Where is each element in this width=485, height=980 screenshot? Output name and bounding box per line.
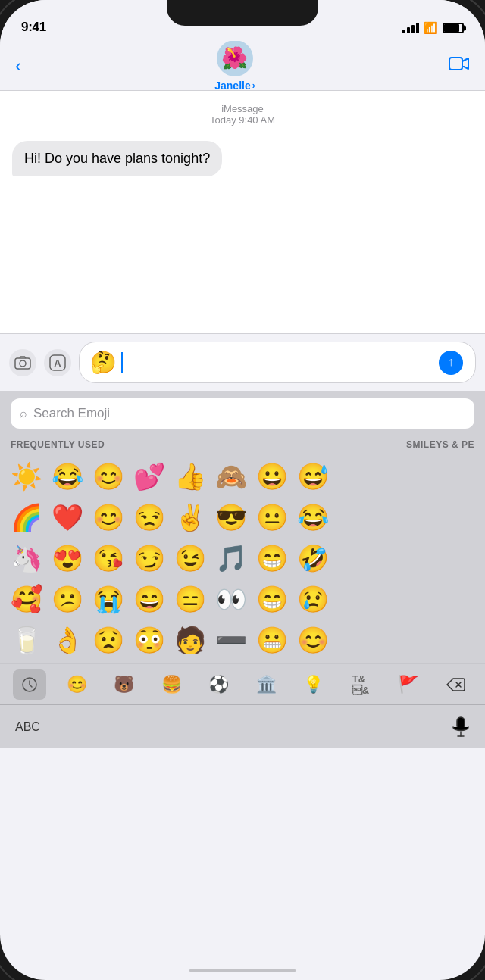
camera-button[interactable]: [9, 349, 36, 376]
nav-bar: ‹ 🌺 Janelle ›: [0, 41, 485, 91]
smileys-label: SMILEYS & PE: [406, 439, 474, 450]
emoji-search-container: ⌕ Search Emoji: [0, 391, 485, 435]
emoji-smirk[interactable]: 😏: [129, 538, 170, 579]
emoji-section-headers: FREQUENTLY USED SMILEYS & PE: [0, 435, 485, 453]
contact-avatar: 🌺: [217, 40, 253, 76]
app-button[interactable]: A: [44, 349, 71, 376]
battery-icon: [443, 23, 464, 33]
emoji-tab-travel[interactable]: 🏛️: [249, 669, 283, 700]
emoji-thumbsup[interactable]: 👍: [170, 456, 211, 497]
send-button[interactable]: ↑: [439, 351, 463, 375]
emoji-lovesmile[interactable]: 🥰: [6, 579, 47, 620]
emoji-ok[interactable]: 👌: [47, 620, 88, 660]
emoji-music[interactable]: 🎵: [211, 538, 252, 579]
message-input[interactable]: 🤔 ↑: [79, 342, 476, 383]
emoji-tab-animals[interactable]: 🐻: [108, 669, 141, 700]
status-time: 9:41: [21, 20, 46, 35]
emoji-row-5: 🥛 👌 😟 😳 🧑 ➖ 😬 😊: [6, 620, 479, 660]
message-bubble-wrap: Hi! Do you have plans tonight?: [12, 141, 473, 176]
emoji-surprised[interactable]: 😳: [129, 620, 170, 660]
emoji-row-3: 🦄 😍 😘 😏 😉 🎵 😁 🤣: [6, 538, 479, 579]
emoji-cry[interactable]: 😢: [293, 579, 333, 620]
message-time: Today 9:40 AM: [12, 114, 473, 126]
emoji-expressionless[interactable]: 😑: [170, 579, 211, 620]
message-service-label: iMessage: [12, 103, 473, 114]
emoji-kiss[interactable]: 😘: [88, 538, 129, 579]
svg-rect-1: [15, 358, 30, 369]
emoji-search-input[interactable]: Search Emoji: [33, 406, 110, 421]
svg-text:A: A: [54, 357, 61, 369]
microphone-icon[interactable]: [452, 716, 470, 738]
signal-icon: [402, 23, 419, 33]
phone-frame: 9:41 📶 ‹ 🌺 Janelle ›: [0, 0, 485, 980]
emoji-tab-sports[interactable]: ⚽: [202, 669, 236, 700]
abc-label[interactable]: ABC: [15, 720, 40, 734]
svg-point-2: [20, 360, 26, 367]
message-bubble: Hi! Do you have plans tonight?: [12, 141, 222, 176]
emoji-rofl[interactable]: 😂: [293, 497, 333, 538]
input-row: A 🤔 ↑: [0, 333, 485, 391]
emoji-unicorn[interactable]: 🦄: [6, 538, 47, 579]
emoji-hearts[interactable]: 💕: [129, 456, 170, 497]
emoji-sun[interactable]: ☀️: [6, 456, 47, 497]
emoji-search-bar[interactable]: ⌕ Search Emoji: [11, 398, 474, 429]
emoji-eyes[interactable]: 👀: [211, 579, 252, 620]
emoji-bigsmile[interactable]: 😁: [252, 579, 293, 620]
emoji-lovestruck[interactable]: 😍: [47, 538, 88, 579]
search-icon: ⌕: [20, 407, 27, 420]
emoji-tab-bar: 😊 🐻 🍔 ⚽ 🏛️ 💡 T&& 🚩: [0, 663, 485, 704]
emoji-row-1: ☀️ 😂 😊 💕 👍 🙈 😀 😅: [6, 456, 479, 497]
emoji-confused[interactable]: 😕: [47, 579, 88, 620]
emoji-sweat[interactable]: 😅: [293, 456, 333, 497]
home-indicator: [189, 969, 296, 972]
emoji-person[interactable]: 🧑: [170, 620, 211, 660]
emoji-tab-recent[interactable]: [13, 669, 46, 700]
emoji-tab-flags[interactable]: 🚩: [391, 669, 424, 700]
send-arrow-icon: ↑: [448, 355, 454, 369]
nav-center[interactable]: 🌺 Janelle ›: [214, 40, 255, 92]
emoji-lol[interactable]: 😂: [47, 456, 88, 497]
emoji-grid: ☀️ 😂 😊 💕 👍 🙈 😀 😅 🌈 ❤️ 😊 😒 ✌️ 😎 😐 😂: [0, 453, 485, 663]
back-button[interactable]: ‹: [15, 55, 21, 76]
emoji-cool[interactable]: 😎: [211, 497, 252, 538]
messages-area: iMessage Today 9:40 AM Hi! Do you have p…: [0, 91, 485, 333]
emoji-keyboard: ⌕ Search Emoji FREQUENTLY USED SMILEYS &…: [0, 391, 485, 748]
emoji-tab-symbols[interactable]: T&&: [344, 669, 377, 700]
emoji-grin[interactable]: 😀: [252, 456, 293, 497]
emoji-beam[interactable]: 😁: [252, 538, 293, 579]
emoji-tab-objects[interactable]: 💡: [297, 669, 330, 700]
emoji-delete-button[interactable]: [439, 669, 472, 700]
emoji-seemonkey[interactable]: 🙈: [211, 456, 252, 497]
contact-name: Janelle ›: [214, 80, 255, 92]
emoji-peace[interactable]: ✌️: [170, 497, 211, 538]
message-meta: iMessage Today 9:40 AM: [12, 103, 473, 126]
emoji-tab-smileys[interactable]: 😊: [61, 669, 94, 700]
text-cursor: [121, 352, 123, 373]
svg-rect-0: [449, 58, 462, 70]
contact-chevron: ›: [252, 80, 255, 91]
emoji-heart[interactable]: ❤️: [47, 497, 88, 538]
emoji-crying[interactable]: 😭: [88, 579, 129, 620]
video-call-button[interactable]: [449, 55, 470, 76]
emoji-laugh[interactable]: 😄: [129, 579, 170, 620]
emoji-grimace[interactable]: 😬: [252, 620, 293, 660]
frequently-used-label: FREQUENTLY USED: [11, 439, 105, 450]
emoji-row-4: 🥰 😕 😭 😄 😑 👀 😁 😢: [6, 579, 479, 620]
emoji-blush[interactable]: 😊: [293, 620, 333, 660]
message-input-content: 🤔: [90, 350, 439, 375]
emoji-tab-food[interactable]: 🍔: [155, 669, 188, 700]
wifi-icon: 📶: [424, 21, 438, 35]
emoji-smile2[interactable]: 😊: [88, 497, 129, 538]
emoji-wink[interactable]: 😉: [170, 538, 211, 579]
emoji-tears[interactable]: 🤣: [293, 538, 333, 579]
emoji-neutral[interactable]: 😐: [252, 497, 293, 538]
emoji-worried[interactable]: 😟: [88, 620, 129, 660]
emoji-unamused[interactable]: 😒: [129, 497, 170, 538]
emoji-milk[interactable]: 🥛: [6, 620, 47, 660]
emoji-rainbow[interactable]: 🌈: [6, 497, 47, 538]
emoji-minus[interactable]: ➖: [211, 620, 252, 660]
emoji-smile[interactable]: 😊: [88, 456, 129, 497]
status-icons: 📶: [402, 21, 464, 35]
emoji-row-2: 🌈 ❤️ 😊 😒 ✌️ 😎 😐 😂: [6, 497, 479, 538]
abc-bar: ABC: [0, 704, 485, 748]
